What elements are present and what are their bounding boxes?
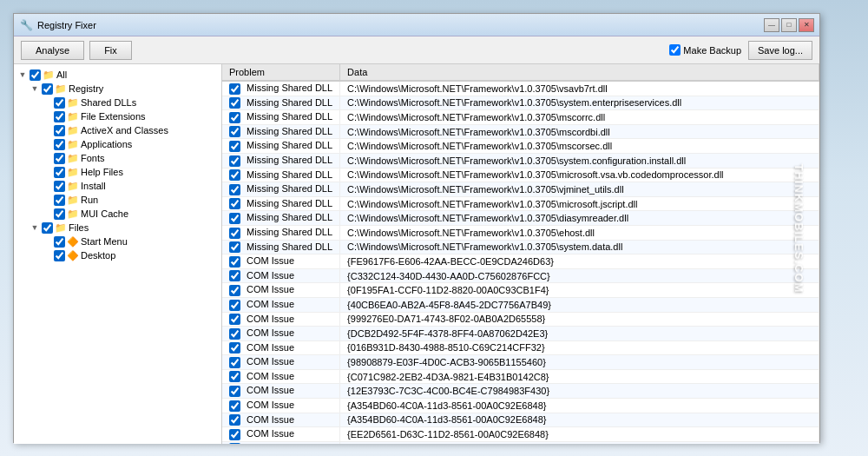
tree-checkbox[interactable] [54,97,65,109]
row-checkbox[interactable] [229,443,240,444]
tree-expand-icon[interactable] [42,139,52,149]
tree-item[interactable]: ▼📁All [14,68,221,82]
tree-checkbox[interactable] [30,69,41,81]
table-row[interactable]: Missing Shared DLL C:\Windows\Microsoft.… [222,153,819,168]
table-row[interactable]: Missing Shared DLL C:\Windows\Microsoft.… [222,96,819,110]
row-checkbox[interactable] [229,371,240,382]
row-checkbox[interactable] [229,184,240,195]
tree-checkbox[interactable] [54,167,65,178]
tree-item[interactable]: ▼📁Files [14,221,221,235]
table-row[interactable]: COM Issue {FE9617F6-E606-42AA-BECC-0E9CD… [222,254,819,269]
row-checkbox[interactable] [229,126,240,137]
tree-checkbox[interactable] [54,139,65,150]
tree-expand-icon[interactable] [42,167,52,177]
row-checkbox[interactable] [229,213,240,224]
row-checkbox[interactable] [229,328,240,340]
tree-checkbox[interactable] [54,208,65,220]
tree-checkbox[interactable] [42,222,53,234]
table-row[interactable]: COM Issue {C332C124-340D-4430-AA0D-C7560… [222,268,819,283]
row-checkbox[interactable] [229,112,240,123]
table-row[interactable]: COM Issue {12E3793C-7C3C-4C00-BC4E-C7984… [222,384,819,399]
tree-expand-icon[interactable] [42,195,52,205]
tree-item[interactable]: 🔶Desktop [14,248,221,262]
table-row[interactable]: Missing Shared DLL C:\Windows\Microsoft.… [222,225,819,240]
table-row[interactable]: COM Issue {016B931D-8430-4988-8510-C69C2… [222,340,819,355]
table-row[interactable]: Missing Shared DLL C:\Windows\Microsoft.… [222,81,819,96]
table-row[interactable]: COM Issue {0F195FA1-CCF0-11D2-8820-00A0C… [222,283,819,298]
tree-expand-icon[interactable]: ▼ [30,83,40,94]
table-row[interactable]: Missing Shared DLL C:\Windows\Microsoft.… [222,182,819,197]
tree-expand-icon[interactable] [42,153,52,163]
tree-checkbox[interactable] [54,111,65,122]
tree-checkbox[interactable] [54,250,65,261]
table-row[interactable]: COM Issue {A354BD60-4C0A-11d3-8561-00A0C… [222,413,819,427]
tree-checkbox[interactable] [54,236,65,248]
tree-item[interactable]: ▼📁Registry [14,82,221,96]
tree-checkbox[interactable] [54,125,65,136]
table-row[interactable]: COM Issue {A354BD60-4C0A-11d3-8561-00A0C… [222,399,819,413]
make-backup-checkbox[interactable] [669,44,681,56]
fix-button[interactable]: Fix [89,41,132,60]
row-checkbox[interactable] [229,270,240,281]
tree-item[interactable]: 🔶Start Menu [14,235,221,248]
row-checkbox[interactable] [229,198,240,209]
tree-item[interactable]: 📁Run [14,193,221,207]
table-row[interactable]: COM Issue {EE2D6561-D63C-11D2-8561-00A0C… [222,427,819,442]
row-checkbox[interactable] [229,141,240,152]
table-row[interactable]: Missing Shared DLL C:\Windows\Microsoft.… [222,211,819,226]
row-checkbox[interactable] [229,83,240,95]
tree-expand-icon[interactable] [42,111,52,122]
tree-checkbox[interactable] [54,153,65,164]
tree-item[interactable]: 📁File Extensions [14,109,221,123]
save-log-button[interactable]: Save log... [748,41,812,60]
maximize-button[interactable]: □ [781,18,797,32]
row-checkbox[interactable] [229,314,240,325]
tree-expand-icon[interactable] [42,97,52,108]
tree-item[interactable]: 📁Help Files [14,165,221,179]
tree-expand-icon[interactable] [42,250,52,261]
table-row[interactable]: COM Issue {40CB6EA0-AB2A-45F8-8A45-2DC77… [222,297,819,312]
tree-expand-icon[interactable] [42,181,52,191]
analyse-button[interactable]: Analyse [21,41,84,60]
tree-item[interactable]: 📁Install [14,179,221,193]
table-row[interactable]: Missing Shared DLL C:\Windows\Microsoft.… [222,240,819,254]
tree-expand-icon[interactable] [42,208,52,219]
row-checkbox[interactable] [229,285,240,296]
table-row[interactable]: COM Issue {999276E0-DA71-4743-8F02-0AB0A… [222,312,819,327]
row-checkbox[interactable] [229,400,240,412]
table-row[interactable]: Missing Shared DLL C:\Windows\Microsoft.… [222,124,819,139]
tree-item[interactable]: 📁Fonts [14,151,221,165]
tree-expand-icon[interactable]: ▼ [17,69,28,80]
row-checkbox[interactable] [229,342,240,354]
tree-checkbox[interactable] [54,195,65,206]
tree-item[interactable]: 📁Shared DLLs [14,96,221,109]
table-row[interactable]: COM Issue {98908879-E03F-4D0C-ACB3-9065B… [222,355,819,370]
table-row[interactable]: Missing Shared DLL C:\Windows\Microsoft.… [222,139,819,154]
tree-checkbox[interactable] [54,181,65,192]
row-checkbox[interactable] [229,155,240,167]
row-checkbox[interactable] [229,97,240,109]
row-checkbox[interactable] [229,256,240,268]
row-checkbox[interactable] [229,241,240,253]
minimize-button[interactable]: — [764,18,779,32]
table-row[interactable]: COM Issue {C071C982-2EB2-4D3A-9821-E4B31… [222,369,819,384]
row-checkbox[interactable] [229,357,240,368]
tree-expand-icon[interactable]: ▼ [30,222,40,233]
tree-expand-icon[interactable] [42,236,52,247]
row-checkbox[interactable] [229,414,240,426]
tree-item[interactable]: 📁ActiveX and Classes [14,123,221,137]
make-backup-label[interactable]: Make Backup [669,44,741,56]
tree-expand-icon[interactable] [42,125,52,135]
tree-item[interactable]: 📁Applications [14,137,221,151]
close-button[interactable]: ✕ [799,18,814,32]
row-checkbox[interactable] [229,386,240,397]
row-checkbox[interactable] [229,169,240,181]
table-row[interactable]: COM Issue {DCB2D492-5F4F-4378-8FF4-0A870… [222,327,819,341]
row-checkbox[interactable] [229,300,240,311]
table-row[interactable]: Missing Shared DLL C:\Windows\Microsoft.… [222,110,819,125]
table-row[interactable]: COM Issue {EE2D6561-D63C-11D2-8561-00A0C… [222,441,819,444]
table-row[interactable]: Missing Shared DLL C:\Windows\Microsoft.… [222,168,819,182]
row-checkbox[interactable] [229,228,240,239]
tree-item[interactable]: 📁MUI Cache [14,207,221,221]
row-checkbox[interactable] [229,429,240,440]
